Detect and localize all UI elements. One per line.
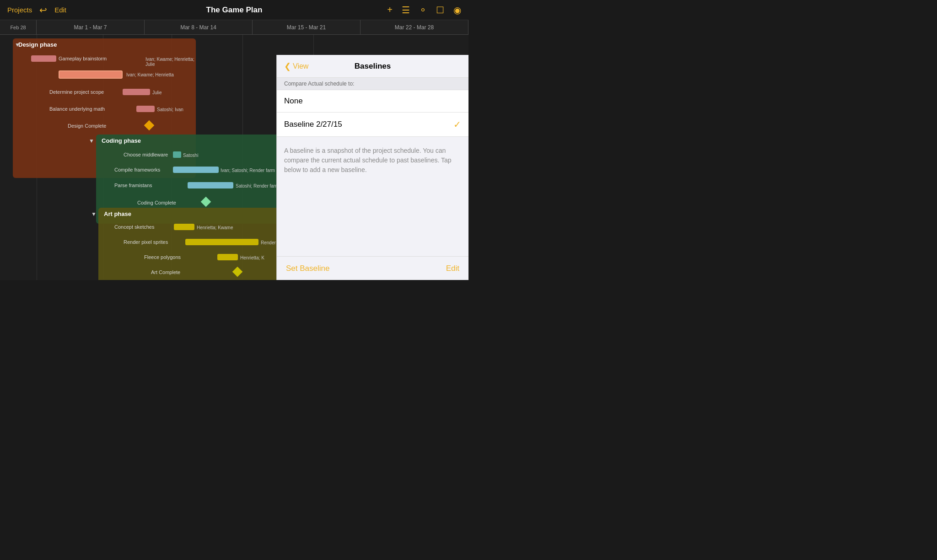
timeline-col-mar8: Mar 8 - Mar 14	[145, 20, 253, 34]
task-concept-label: Concept sketches	[114, 224, 154, 230]
baseline-option[interactable]: Baseline 2/27/15 ✓	[277, 113, 468, 137]
panel-back-label[interactable]: View	[293, 62, 308, 70]
task-gameplay-bar	[31, 55, 56, 62]
timeline-col-mar15: Mar 15 - Mar 21	[253, 20, 361, 34]
task-math-bar	[136, 106, 155, 112]
design-phase-title: Design phase	[18, 41, 57, 48]
task-math-assignees: Satoshi; Ivan	[157, 107, 183, 112]
art-phase-block[interactable]: ▼ Art phase Concept sketches Henrietta; …	[98, 208, 300, 280]
task-refine-assignees: Ivan; Kwame; Henrietta	[126, 72, 174, 77]
timeline-header: Feb 28 Mar 1 - Mar 7 Mar 8 - Mar 14 Mar …	[0, 20, 468, 35]
set-baseline-button[interactable]: Set Baseline	[286, 264, 329, 273]
baseline-description: A baseline is a snapshot of the project …	[277, 137, 468, 256]
task-concept-assignees: Henrietta; Kwame	[197, 225, 233, 230]
task-parse-label: Parse framistans	[114, 183, 152, 188]
art-complete-milestone	[232, 267, 243, 277]
coding-collapse-icon[interactable]: ▼	[89, 138, 94, 144]
task-refine-bar	[59, 70, 123, 79]
task-gameplay-assignees: Ivan; Kwame; Henrietta; Julie	[145, 57, 196, 67]
task-middleware-assignees: Satoshi	[183, 153, 198, 158]
coding-complete-milestone	[201, 197, 211, 207]
task-middleware-label: Choose middleware	[124, 152, 168, 157]
baselines-panel: ❮ View Baselines Compare Actual schedule…	[276, 55, 468, 280]
task-parse-assignees: Satoshi; Render farm	[236, 183, 279, 188]
panel-header: ❮ View Baselines	[277, 55, 468, 78]
eye-icon[interactable]: ◉	[453, 5, 461, 16]
compare-label: Compare Actual schedule to:	[277, 78, 468, 90]
task-frameworks-assignees: Ivan; Satoshi; Render farm	[221, 168, 275, 173]
none-option[interactable]: None	[277, 90, 468, 113]
panel-back-button[interactable]: ❮ View	[284, 61, 308, 71]
panel-edit-button[interactable]: Edit	[446, 264, 459, 273]
panel-title: Baselines	[355, 62, 391, 71]
task-render-bar	[185, 239, 258, 245]
task-render-label: Render pixel sprites	[124, 239, 168, 245]
page-title: The Game Plan	[206, 5, 263, 15]
projects-button[interactable]: Projects	[7, 6, 32, 14]
add-icon[interactable]: +	[387, 5, 393, 15]
task-scope-label: Determine project scope	[49, 89, 104, 95]
coding-phase-title: Coding phase	[102, 137, 141, 144]
task-scope-assignees: Julie	[152, 90, 162, 95]
checkmark-icon: ✓	[453, 119, 461, 130]
task-concept-bar	[174, 224, 194, 230]
task-middleware-bar	[173, 151, 181, 158]
task-parse-bar	[188, 182, 233, 188]
task-frameworks-bar	[173, 167, 219, 173]
person-icon[interactable]: ⚬	[419, 5, 427, 16]
art-collapse-icon[interactable]: ▼	[91, 211, 97, 217]
task-design-complete-label: Design Complete	[68, 123, 106, 129]
timeline-col-mar22: Mar 22 - Mar 28	[361, 20, 468, 34]
nav-right: + ☰ ⚬ ☐ ◉	[387, 5, 461, 16]
edit-button[interactable]: Edit	[54, 6, 66, 14]
task-frameworks-label: Compile frameworks	[114, 167, 160, 172]
gantt-area: ▼ Design phase Gameplay brainstorm Ivan;…	[0, 35, 468, 280]
briefcase-icon[interactable]: ☐	[436, 5, 444, 16]
design-complete-milestone	[144, 120, 155, 131]
baseline-label: Baseline 2/27/15	[284, 120, 342, 129]
layers-icon[interactable]: ☰	[402, 5, 410, 16]
timeline-col-feb28: Feb 28	[0, 20, 37, 34]
task-fleece-bar	[217, 254, 238, 260]
top-nav: Projects ↩ Edit The Game Plan + ☰ ⚬ ☐ ◉	[0, 0, 468, 20]
timeline-col-mar1: Mar 1 - Mar 7	[37, 20, 145, 34]
task-scope-bar	[123, 89, 150, 95]
back-arrow-icon[interactable]: ↩	[39, 5, 47, 16]
task-coding-complete-label: Coding Complete	[137, 200, 176, 205]
chevron-left-icon: ❮	[284, 61, 291, 71]
task-gameplay-label: Gameplay brainstorm	[59, 56, 107, 61]
art-phase-title: Art phase	[104, 210, 131, 217]
panel-footer: Set Baseline Edit	[277, 256, 468, 280]
task-math-label: Balance underlying math	[49, 106, 105, 112]
task-art-complete-label: Art Complete	[151, 269, 180, 275]
none-label: None	[284, 97, 303, 106]
task-fleece-label: Fleece polygons	[144, 254, 181, 260]
nav-left: Projects ↩ Edit	[7, 5, 66, 16]
task-fleece-assignees: Henrietta; K	[240, 255, 264, 260]
